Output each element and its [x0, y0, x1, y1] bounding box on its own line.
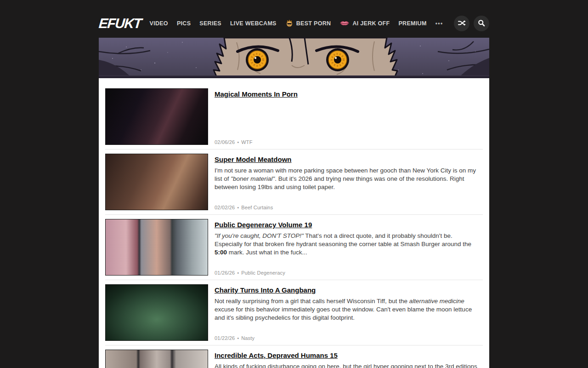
header-actions	[454, 16, 489, 31]
video-date: 01/26/26	[215, 270, 235, 276]
nav-item-series[interactable]: SERIES	[199, 20, 221, 27]
video-category: Public Degeneracy	[241, 270, 285, 276]
shuffle-icon	[458, 19, 466, 28]
video-list: Magical Moments In Porn 02/06/26•WTF Sup…	[99, 78, 489, 368]
video-description: "If you're caught, DON'T STOP!" That's n…	[215, 232, 477, 257]
list-item: Incredible Acts, Depraved Humans 15 All …	[105, 345, 483, 368]
video-description: All kinds of fucking disturbance going o…	[215, 362, 477, 368]
video-title-link[interactable]: Charity Turns Into A Gangbang	[215, 286, 316, 294]
list-item: Super Model Meatdown I'm not sure a woma…	[105, 150, 483, 215]
video-meta: 01/26/26•Public Degeneracy	[215, 270, 483, 276]
video-date: 02/06/26	[215, 139, 235, 145]
search-icon	[478, 19, 485, 28]
video-meta: 02/02/26•Beef Curtains	[215, 205, 483, 210]
nav-item-best-porn[interactable]: BEST PORN	[285, 19, 331, 29]
video-category: WTF	[241, 139, 252, 145]
video-thumbnail[interactable]	[105, 88, 208, 145]
video-title-link[interactable]: Incredible Acts, Depraved Humans 15	[215, 351, 338, 359]
video-date: 02/02/26	[215, 205, 235, 210]
video-title-link[interactable]: Super Model Meatdown	[215, 155, 292, 163]
main-menu: VIDEO PICS SERIES LIVE WEBCAMS BEST PORN	[150, 19, 443, 29]
video-meta: 02/06/26•WTF	[215, 139, 483, 145]
video-thumbnail[interactable]	[105, 350, 208, 368]
site-logo[interactable]: EFUKT	[98, 16, 142, 31]
video-category: Nasty	[241, 335, 254, 341]
nav-item-premium[interactable]: PREMIUM	[398, 20, 426, 27]
mascot-face-icon	[285, 19, 294, 29]
shuffle-button[interactable]	[454, 16, 469, 31]
page-column: EFUKT VIDEO PICS SERIES LIVE WEBCAMS BES…	[99, 0, 489, 368]
nav-item-pics[interactable]: PICS	[177, 20, 191, 27]
nav-item-video[interactable]: VIDEO	[150, 20, 168, 27]
search-button[interactable]	[474, 16, 489, 31]
video-description: I'm not sure a woman with more parking s…	[215, 167, 477, 191]
video-description: Not really surprising from a girl that c…	[215, 297, 477, 322]
top-navbar: EFUKT VIDEO PICS SERIES LIVE WEBCAMS BES…	[99, 0, 489, 38]
video-date: 01/22/26	[215, 335, 235, 341]
list-item: Charity Turns Into A Gangbang Not really…	[105, 280, 483, 345]
video-category: Beef Curtains	[241, 205, 273, 210]
video-meta: 01/22/26•Nasty	[215, 335, 483, 341]
video-thumbnail[interactable]	[105, 284, 208, 341]
list-item: Magical Moments In Porn 02/06/26•WTF	[105, 84, 483, 150]
video-title-link[interactable]: Public Degeneracy Volume 19	[215, 221, 312, 229]
more-menu-ellipsis[interactable]: •••	[435, 20, 443, 27]
owl-banner-illustration	[99, 38, 489, 78]
nav-item-ai-jerk-off[interactable]: AI JERK OFF	[339, 20, 390, 28]
video-thumbnail[interactable]	[105, 219, 208, 276]
list-item: Public Degeneracy Volume 19 "If you're c…	[105, 215, 483, 280]
nav-item-live-webcams[interactable]: LIVE WEBCAMS	[230, 20, 277, 27]
video-title-link[interactable]: Magical Moments In Porn	[215, 90, 298, 98]
lips-icon	[339, 20, 350, 28]
video-thumbnail[interactable]	[105, 154, 208, 210]
